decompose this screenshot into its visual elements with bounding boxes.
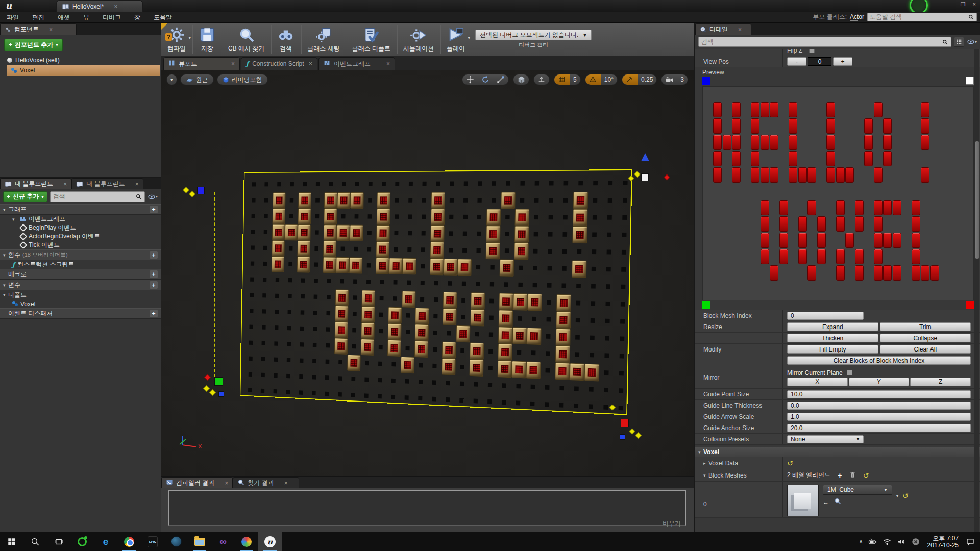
gizmo-handle-icon[interactable] [635,432,642,439]
class-defaults-button[interactable]: 클래스 디폴트 [346,23,397,56]
simulate-button[interactable]: 시뮬레이션 [397,23,440,56]
taskbar-marketplace[interactable] [164,532,188,551]
mesh-asset-dropdown[interactable]: 1M_Cube▼ [823,485,892,495]
perspective-button[interactable]: 원근 [180,74,214,85]
tab-viewport[interactable]: 뷰포트× [163,57,240,70]
taskbar-epic-games[interactable]: EPIC [141,532,164,551]
surface-snap-button[interactable] [534,74,549,85]
property-input[interactable]: 1.0 [787,413,971,421]
blueprint-section-0[interactable]: ▾그래프+ [0,204,161,215]
tab-close-icon[interactable]: × [284,480,288,487]
add-item-button[interactable]: + [150,281,158,289]
details-search-input[interactable]: 검색 [698,37,951,47]
gizmo-corner-top-left[interactable] [197,187,205,194]
caret-down-icon[interactable]: ▾ [698,449,703,455]
save-button[interactable]: 저장 [192,23,222,56]
taskbar-chrome[interactable] [117,532,141,551]
property-input[interactable]: 0 [787,312,864,320]
gizmo-handle-icon[interactable] [189,191,195,197]
taskbar-file-explorer[interactable] [188,532,211,551]
chevron-down-icon[interactable]: ▾ [188,35,191,40]
tab-close-icon[interactable]: × [135,181,139,188]
taskbar-media-app[interactable] [235,532,258,551]
component-row[interactable]: HelloVoxel (self) [0,55,161,65]
taskbar-unreal-engine[interactable]: u [258,532,282,551]
caret-right-icon[interactable]: ▸ [703,461,708,466]
blueprint-item-2[interactable]: BeginPlay 이벤트 [0,223,161,232]
parent-class-link[interactable]: Actor [850,13,864,21]
taskbar-green-ring-app[interactable] [70,532,94,551]
property-button[interactable]: Collapse [880,334,971,342]
components-tab-close-icon[interactable]: × [49,26,53,33]
lit-mode-button[interactable]: 라이팅포함 [217,74,268,85]
help-search-input[interactable]: 도움말 검색 [867,13,977,21]
blueprint-section-5[interactable]: ▾함수(18 오버라이더블)+ [0,249,161,260]
components-tab[interactable]: 컴포넌트 × [0,23,77,35]
blueprint-item-10[interactable]: Voxel [0,299,161,308]
browse-to-asset-icon[interactable] [834,497,841,506]
clear-results-button[interactable]: 비우기 [663,519,681,528]
details-tab-close-icon[interactable]: × [738,26,742,33]
mirror-axis-button[interactable]: Z [910,378,971,386]
document-tab[interactable]: HelloVoxel* × [56,0,143,12]
blueprint-section-8[interactable]: ▾변수+ [0,280,161,290]
mirror-current-plane-checkbox[interactable] [847,370,852,375]
chevron-down-icon[interactable]: ▾ [468,35,471,40]
menu-item-1[interactable]: 편집 [26,13,51,22]
tab-close-icon[interactable]: × [63,181,67,188]
tray-chevron-up-icon[interactable]: ∧ [859,538,863,545]
blueprint-item-1[interactable]: ▾이벤트그래프 [0,215,161,223]
tab-close-icon[interactable]: × [386,60,390,67]
speaker-icon[interactable] [897,537,906,546]
reset-to-default-icon[interactable]: ↺ [787,459,793,467]
blueprint-item-3[interactable]: ActorBeginOverlap 이벤트 [0,232,161,241]
blueprint-item-6[interactable]: ƒ컨스트럭션 스크립트 [0,260,161,269]
caret-down-icon[interactable]: ▾ [12,217,17,222]
voxel-section-header[interactable]: ▾Voxel [695,447,980,457]
details-tab[interactable]: i 디테일 × [695,23,751,35]
camera-speed-value[interactable]: 3 [677,74,688,85]
mesh-thumbnail[interactable] [787,485,819,516]
add-item-button[interactable]: + [150,310,158,317]
tab-close-icon[interactable]: × [225,480,228,487]
property-input[interactable]: 0.0 [787,402,971,410]
caret-down-icon[interactable]: ▾ [3,292,8,297]
reset-to-default-icon[interactable]: ↺ [902,492,909,500]
tab-eventgraph[interactable]: 이벤트그래프× [318,57,395,70]
reset-to-default-icon[interactable]: ↺ [863,471,869,480]
taskbar-clock[interactable]: 오후 7:07 2017-10-25 [925,535,961,549]
debug-object-dropdown[interactable]: 선택된 디버그 오브젝트가 없습니다. ▼ [475,30,592,40]
battery-icon[interactable] [868,537,877,546]
scale-snap-button[interactable] [622,74,638,85]
tab-close-icon[interactable]: × [231,60,235,67]
taskbar-visual-studio[interactable]: ∞ [211,532,235,551]
gizmo-handle-icon[interactable] [620,434,625,440]
blueprint-item-4[interactable]: Tick 이벤트 [0,241,161,249]
wifi-icon[interactable] [883,537,892,546]
element-options-dropdown-icon[interactable]: ▾ [896,494,898,498]
grid-snap-button-value[interactable]: 5 [570,74,580,85]
my-blueprint-tab-1[interactable]: 내 블루프린트 × [0,178,71,189]
tab-construction-script[interactable]: ƒConstruction Script× [241,57,317,70]
menu-item-3[interactable]: 뷰 [77,13,96,22]
taskbar-edge[interactable]: e [94,532,117,551]
add-item-button[interactable]: + [150,251,158,259]
caret-down-icon[interactable]: ▾ [703,473,708,478]
property-button[interactable]: Trim [880,322,971,331]
notification-center-icon[interactable] [966,537,975,546]
property-button[interactable]: Clear All [880,345,971,354]
voxel-preview-grid[interactable] [702,86,974,300]
property-select[interactable]: None▼ [787,435,864,443]
gizmo-corner-top-right[interactable] [641,173,649,181]
caret-down-icon[interactable]: ▾ [3,253,8,258]
visibility-filter-button[interactable]: ▾ [148,192,158,202]
flip-z-checkbox[interactable] [809,49,815,53]
window-minimize-button[interactable]: – [950,1,953,9]
add-item-button[interactable]: + [150,270,158,278]
rotation-snap-button-value[interactable]: 10° [601,74,617,85]
document-tab-close-icon[interactable]: × [114,3,117,10]
status-x-circle-icon[interactable] [911,537,920,546]
caret-down-icon[interactable]: ▾ [3,207,8,212]
gizmo-handle-icon[interactable] [629,428,635,435]
property-button[interactable]: Fill Empty [787,345,878,354]
